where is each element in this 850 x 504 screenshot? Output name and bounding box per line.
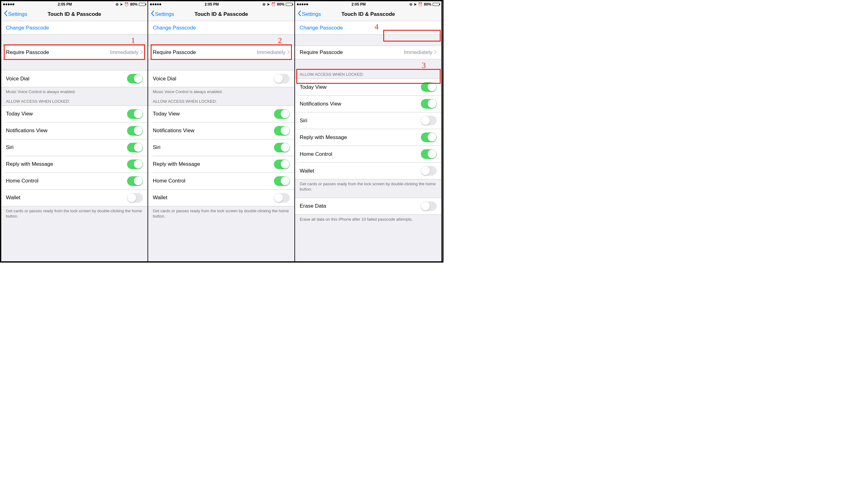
- home-control-toggle[interactable]: [127, 176, 143, 186]
- voice-dial-footer: Music Voice Control is always enabled.: [148, 87, 294, 97]
- signal-dots-icon: [150, 3, 161, 5]
- access-item-reply-with-message[interactable]: Reply with Message: [295, 129, 441, 146]
- nav-back-button[interactable]: Settings: [148, 10, 174, 18]
- notifications-view-toggle[interactable]: [127, 126, 143, 136]
- access-item-wallet[interactable]: Wallet: [295, 163, 441, 179]
- access-item-today-view[interactable]: Today View: [295, 78, 441, 95]
- access-item-reply-with-message[interactable]: Reply with Message: [1, 156, 148, 173]
- erase-data-footer: Erase all data on this iPhone after 10 f…: [295, 215, 441, 225]
- access-item-label: Notifications View: [153, 128, 194, 134]
- access-item-notifications-view[interactable]: Notifications View: [295, 95, 441, 112]
- access-item-label: Siri: [300, 118, 308, 124]
- access-item-today-view[interactable]: Today View: [1, 106, 148, 122]
- access-item-home-control[interactable]: Home Control: [148, 173, 294, 189]
- access-item-home-control[interactable]: Home Control: [295, 146, 441, 162]
- wallet-toggle[interactable]: [127, 193, 143, 203]
- home-control-toggle[interactable]: [421, 149, 437, 159]
- require-passcode-label: Require Passcode: [6, 49, 49, 56]
- reply-with-message-toggle[interactable]: [274, 160, 290, 169]
- nav-back-label: Settings: [155, 11, 174, 17]
- change-passcode-cell[interactable]: Change Passcode: [295, 21, 441, 35]
- voice-dial-footer: Music Voice Control is always enabled.: [1, 87, 148, 97]
- change-passcode-cell[interactable]: Change Passcode: [1, 21, 148, 35]
- nav-back-button[interactable]: Settings: [1, 10, 27, 18]
- annotation-label: 4: [375, 22, 379, 32]
- wallet-footer: Get cards or passes ready from the lock …: [1, 206, 148, 221]
- battery-icon: [139, 3, 146, 6]
- nav-back-label: Settings: [302, 11, 321, 17]
- erase-data-toggle[interactable]: [421, 201, 437, 211]
- voice-dial-cell[interactable]: Voice Dial: [148, 70, 294, 87]
- battery-icon: [433, 3, 439, 6]
- voice-dial-label: Voice Dial: [153, 76, 176, 82]
- require-passcode-cell[interactable]: Require PasscodeImmediately: [295, 46, 441, 59]
- wallet-footer: Get cards or passes ready from the lock …: [295, 179, 441, 195]
- access-item-label: Siri: [6, 144, 14, 150]
- access-item-notifications-view[interactable]: Notifications View: [148, 123, 294, 139]
- reply-with-message-toggle[interactable]: [127, 160, 143, 169]
- voice-dial-label: Voice Dial: [6, 76, 30, 82]
- require-passcode-cell[interactable]: Require PasscodeImmediately: [1, 46, 148, 59]
- access-item-wallet[interactable]: Wallet: [1, 190, 148, 206]
- today-view-toggle[interactable]: [274, 109, 290, 119]
- wallet-toggle[interactable]: [274, 193, 290, 203]
- access-item-notifications-view[interactable]: Notifications View: [1, 123, 148, 139]
- orientation-lock-icon: ⊝: [262, 2, 265, 6]
- siri-toggle[interactable]: [421, 116, 437, 125]
- orientation-lock-icon: ⊝: [116, 2, 119, 6]
- today-view-toggle[interactable]: [421, 82, 437, 92]
- today-view-toggle[interactable]: [127, 109, 143, 119]
- chevron-left-icon: [297, 10, 301, 18]
- chevron-left-icon: [4, 10, 7, 18]
- access-item-label: Wallet: [153, 195, 168, 201]
- status-bar: 2:05 PM⊝➤⏰80%: [148, 1, 294, 7]
- access-item-label: Notifications View: [6, 128, 48, 134]
- reply-with-message-toggle[interactable]: [421, 132, 437, 142]
- signal-dots-icon: [297, 3, 308, 5]
- siri-toggle[interactable]: [127, 143, 143, 152]
- access-item-home-control[interactable]: Home Control: [1, 173, 148, 189]
- access-item-label: Wallet: [6, 195, 20, 201]
- access-item-label: Today View: [300, 84, 327, 90]
- nav-bar: SettingsTouch ID & Passcode: [1, 7, 148, 21]
- home-control-toggle[interactable]: [274, 176, 290, 186]
- access-item-label: Siri: [153, 144, 160, 150]
- access-item-label: Wallet: [300, 168, 314, 174]
- access-item-label: Home Control: [300, 151, 332, 157]
- require-passcode-label: Require Passcode: [153, 49, 196, 56]
- voice-dial-cell[interactable]: Voice Dial: [1, 70, 148, 87]
- access-item-today-view[interactable]: Today View: [148, 106, 294, 122]
- access-item-label: Reply with Message: [300, 134, 347, 141]
- siri-toggle[interactable]: [274, 143, 290, 152]
- require-passcode-cell[interactable]: Require PasscodeImmediately: [148, 46, 294, 59]
- wallet-footer: Get cards or passes ready from the lock …: [148, 206, 294, 221]
- require-passcode-value: Immediately: [404, 49, 432, 56]
- battery-icon: [286, 3, 293, 6]
- settings-content: Change PasscodeRequire PasscodeImmediate…: [148, 21, 294, 261]
- change-passcode-cell[interactable]: Change Passcode: [148, 21, 294, 35]
- access-item-siri[interactable]: Siri: [1, 139, 148, 156]
- access-item-siri[interactable]: Siri: [148, 139, 294, 156]
- wallet-toggle[interactable]: [421, 166, 437, 176]
- require-passcode-label: Require Passcode: [300, 49, 343, 56]
- annotation-label: 2: [278, 36, 282, 45]
- chevron-left-icon: [151, 10, 154, 18]
- alarm-icon: ⏰: [271, 2, 276, 6]
- battery-percent: 80%: [130, 2, 138, 6]
- notifications-view-toggle[interactable]: [274, 126, 290, 136]
- location-icon: ➤: [414, 2, 417, 6]
- nav-back-button[interactable]: Settings: [295, 10, 321, 18]
- access-item-wallet[interactable]: Wallet: [148, 190, 294, 206]
- annotation-label: 3: [422, 61, 426, 70]
- notifications-view-toggle[interactable]: [421, 99, 437, 109]
- allow-access-header: ALLOW ACCESS WHEN LOCKED:: [295, 70, 441, 78]
- nav-bar: SettingsTouch ID & Passcode: [295, 7, 441, 21]
- voice-dial-toggle[interactable]: [127, 74, 143, 84]
- erase-data-label: Erase Data: [300, 203, 326, 209]
- voice-dial-toggle[interactable]: [274, 74, 290, 84]
- status-time: 2:05 PM: [351, 2, 366, 6]
- allow-access-header: ALLOW ACCESS WHEN LOCKED:: [1, 97, 148, 106]
- erase-data-cell[interactable]: Erase Data: [295, 198, 441, 215]
- access-item-siri[interactable]: Siri: [295, 112, 441, 129]
- access-item-reply-with-message[interactable]: Reply with Message: [148, 156, 294, 173]
